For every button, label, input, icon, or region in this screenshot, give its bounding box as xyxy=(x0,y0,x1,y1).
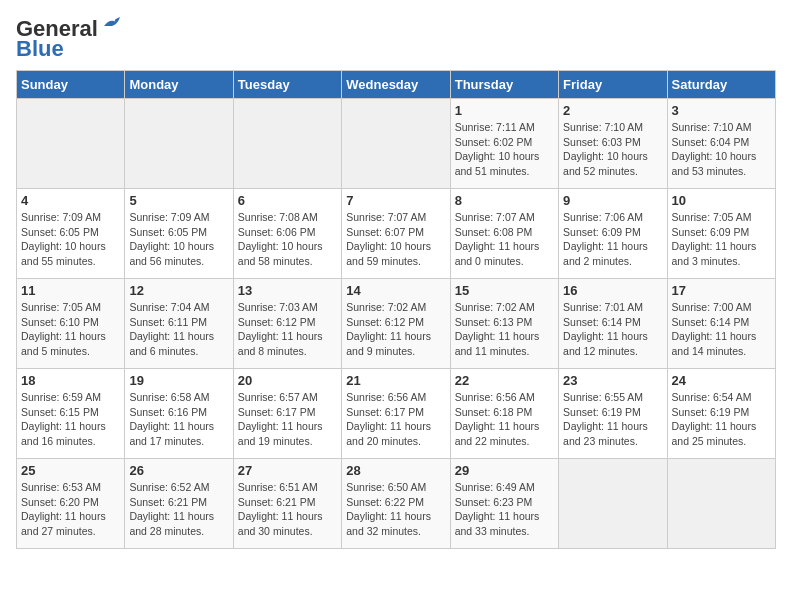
day-of-week-header: Thursday xyxy=(450,71,558,99)
day-number: 8 xyxy=(455,193,554,208)
day-of-week-header: Wednesday xyxy=(342,71,450,99)
day-info: Sunrise: 7:09 AM Sunset: 6:05 PM Dayligh… xyxy=(129,210,228,269)
calendar-cell xyxy=(125,99,233,189)
calendar-cell: 29Sunrise: 6:49 AM Sunset: 6:23 PM Dayli… xyxy=(450,459,558,549)
day-info: Sunrise: 7:10 AM Sunset: 6:03 PM Dayligh… xyxy=(563,120,662,179)
calendar-cell: 10Sunrise: 7:05 AM Sunset: 6:09 PM Dayli… xyxy=(667,189,775,279)
day-number: 1 xyxy=(455,103,554,118)
calendar-cell: 17Sunrise: 7:00 AM Sunset: 6:14 PM Dayli… xyxy=(667,279,775,369)
calendar-cell: 22Sunrise: 6:56 AM Sunset: 6:18 PM Dayli… xyxy=(450,369,558,459)
calendar-cell: 15Sunrise: 7:02 AM Sunset: 6:13 PM Dayli… xyxy=(450,279,558,369)
calendar-cell: 4Sunrise: 7:09 AM Sunset: 6:05 PM Daylig… xyxy=(17,189,125,279)
day-number: 10 xyxy=(672,193,771,208)
calendar-cell: 27Sunrise: 6:51 AM Sunset: 6:21 PM Dayli… xyxy=(233,459,341,549)
day-info: Sunrise: 7:08 AM Sunset: 6:06 PM Dayligh… xyxy=(238,210,337,269)
day-number: 24 xyxy=(672,373,771,388)
logo-blue: Blue xyxy=(16,36,64,62)
calendar-cell: 19Sunrise: 6:58 AM Sunset: 6:16 PM Dayli… xyxy=(125,369,233,459)
day-info: Sunrise: 7:04 AM Sunset: 6:11 PM Dayligh… xyxy=(129,300,228,359)
calendar-cell xyxy=(17,99,125,189)
calendar-cell: 14Sunrise: 7:02 AM Sunset: 6:12 PM Dayli… xyxy=(342,279,450,369)
day-info: Sunrise: 6:59 AM Sunset: 6:15 PM Dayligh… xyxy=(21,390,120,449)
day-info: Sunrise: 7:06 AM Sunset: 6:09 PM Dayligh… xyxy=(563,210,662,269)
day-of-week-header: Tuesday xyxy=(233,71,341,99)
day-info: Sunrise: 6:51 AM Sunset: 6:21 PM Dayligh… xyxy=(238,480,337,539)
calendar-cell: 26Sunrise: 6:52 AM Sunset: 6:21 PM Dayli… xyxy=(125,459,233,549)
day-number: 15 xyxy=(455,283,554,298)
day-info: Sunrise: 7:11 AM Sunset: 6:02 PM Dayligh… xyxy=(455,120,554,179)
day-info: Sunrise: 7:00 AM Sunset: 6:14 PM Dayligh… xyxy=(672,300,771,359)
calendar-cell xyxy=(342,99,450,189)
calendar-table: SundayMondayTuesdayWednesdayThursdayFrid… xyxy=(16,70,776,549)
header: General Blue xyxy=(16,16,776,62)
day-info: Sunrise: 6:53 AM Sunset: 6:20 PM Dayligh… xyxy=(21,480,120,539)
day-info: Sunrise: 6:56 AM Sunset: 6:17 PM Dayligh… xyxy=(346,390,445,449)
calendar-cell xyxy=(233,99,341,189)
day-number: 14 xyxy=(346,283,445,298)
day-number: 9 xyxy=(563,193,662,208)
day-number: 2 xyxy=(563,103,662,118)
day-info: Sunrise: 6:52 AM Sunset: 6:21 PM Dayligh… xyxy=(129,480,228,539)
calendar-cell: 13Sunrise: 7:03 AM Sunset: 6:12 PM Dayli… xyxy=(233,279,341,369)
day-number: 6 xyxy=(238,193,337,208)
calendar-cell: 9Sunrise: 7:06 AM Sunset: 6:09 PM Daylig… xyxy=(559,189,667,279)
day-of-week-header: Monday xyxy=(125,71,233,99)
day-number: 23 xyxy=(563,373,662,388)
day-info: Sunrise: 7:10 AM Sunset: 6:04 PM Dayligh… xyxy=(672,120,771,179)
calendar-cell: 11Sunrise: 7:05 AM Sunset: 6:10 PM Dayli… xyxy=(17,279,125,369)
day-number: 28 xyxy=(346,463,445,478)
calendar-cell: 23Sunrise: 6:55 AM Sunset: 6:19 PM Dayli… xyxy=(559,369,667,459)
day-number: 5 xyxy=(129,193,228,208)
day-info: Sunrise: 6:55 AM Sunset: 6:19 PM Dayligh… xyxy=(563,390,662,449)
day-info: Sunrise: 7:01 AM Sunset: 6:14 PM Dayligh… xyxy=(563,300,662,359)
calendar-cell: 25Sunrise: 6:53 AM Sunset: 6:20 PM Dayli… xyxy=(17,459,125,549)
day-number: 3 xyxy=(672,103,771,118)
logo: General Blue xyxy=(16,16,124,62)
day-number: 21 xyxy=(346,373,445,388)
day-info: Sunrise: 6:50 AM Sunset: 6:22 PM Dayligh… xyxy=(346,480,445,539)
calendar-cell xyxy=(559,459,667,549)
day-number: 29 xyxy=(455,463,554,478)
day-number: 4 xyxy=(21,193,120,208)
day-number: 26 xyxy=(129,463,228,478)
calendar-cell: 5Sunrise: 7:09 AM Sunset: 6:05 PM Daylig… xyxy=(125,189,233,279)
calendar-cell: 24Sunrise: 6:54 AM Sunset: 6:19 PM Dayli… xyxy=(667,369,775,459)
calendar-cell: 1Sunrise: 7:11 AM Sunset: 6:02 PM Daylig… xyxy=(450,99,558,189)
day-info: Sunrise: 7:02 AM Sunset: 6:12 PM Dayligh… xyxy=(346,300,445,359)
day-of-week-header: Saturday xyxy=(667,71,775,99)
calendar-cell: 3Sunrise: 7:10 AM Sunset: 6:04 PM Daylig… xyxy=(667,99,775,189)
day-number: 27 xyxy=(238,463,337,478)
day-number: 7 xyxy=(346,193,445,208)
day-info: Sunrise: 6:56 AM Sunset: 6:18 PM Dayligh… xyxy=(455,390,554,449)
calendar-cell: 16Sunrise: 7:01 AM Sunset: 6:14 PM Dayli… xyxy=(559,279,667,369)
day-number: 22 xyxy=(455,373,554,388)
logo-bird-icon xyxy=(102,16,124,34)
day-number: 25 xyxy=(21,463,120,478)
day-number: 18 xyxy=(21,373,120,388)
day-number: 11 xyxy=(21,283,120,298)
calendar-cell: 8Sunrise: 7:07 AM Sunset: 6:08 PM Daylig… xyxy=(450,189,558,279)
day-info: Sunrise: 6:49 AM Sunset: 6:23 PM Dayligh… xyxy=(455,480,554,539)
day-info: Sunrise: 7:02 AM Sunset: 6:13 PM Dayligh… xyxy=(455,300,554,359)
day-number: 19 xyxy=(129,373,228,388)
day-number: 17 xyxy=(672,283,771,298)
day-of-week-header: Friday xyxy=(559,71,667,99)
day-number: 12 xyxy=(129,283,228,298)
calendar-cell xyxy=(667,459,775,549)
calendar-cell: 2Sunrise: 7:10 AM Sunset: 6:03 PM Daylig… xyxy=(559,99,667,189)
calendar-cell: 12Sunrise: 7:04 AM Sunset: 6:11 PM Dayli… xyxy=(125,279,233,369)
day-number: 20 xyxy=(238,373,337,388)
day-info: Sunrise: 7:05 AM Sunset: 6:10 PM Dayligh… xyxy=(21,300,120,359)
calendar-cell: 21Sunrise: 6:56 AM Sunset: 6:17 PM Dayli… xyxy=(342,369,450,459)
day-number: 13 xyxy=(238,283,337,298)
day-info: Sunrise: 7:09 AM Sunset: 6:05 PM Dayligh… xyxy=(21,210,120,269)
day-info: Sunrise: 7:07 AM Sunset: 6:07 PM Dayligh… xyxy=(346,210,445,269)
calendar-cell: 20Sunrise: 6:57 AM Sunset: 6:17 PM Dayli… xyxy=(233,369,341,459)
calendar-cell: 28Sunrise: 6:50 AM Sunset: 6:22 PM Dayli… xyxy=(342,459,450,549)
day-info: Sunrise: 6:54 AM Sunset: 6:19 PM Dayligh… xyxy=(672,390,771,449)
day-info: Sunrise: 7:07 AM Sunset: 6:08 PM Dayligh… xyxy=(455,210,554,269)
calendar-cell: 6Sunrise: 7:08 AM Sunset: 6:06 PM Daylig… xyxy=(233,189,341,279)
day-number: 16 xyxy=(563,283,662,298)
calendar-cell: 7Sunrise: 7:07 AM Sunset: 6:07 PM Daylig… xyxy=(342,189,450,279)
day-info: Sunrise: 7:05 AM Sunset: 6:09 PM Dayligh… xyxy=(672,210,771,269)
